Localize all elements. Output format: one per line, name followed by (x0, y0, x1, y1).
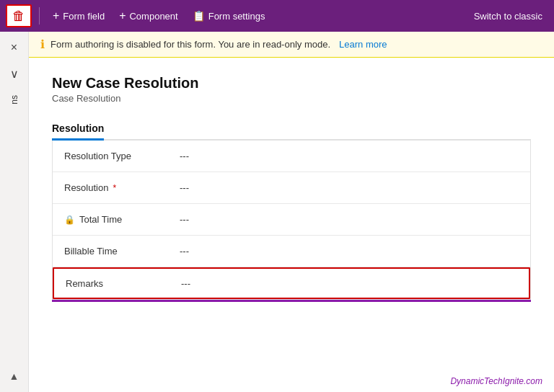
sidebar-strip: × ∨ ns ▲ (0, 32, 29, 392)
form-content: New Case Resolution Case Resolution Reso… (29, 58, 554, 392)
delete-button[interactable]: 🗑 (6, 4, 32, 27)
sidebar-check-button[interactable]: ∨ (4, 63, 25, 84)
plus-icon-component: + (119, 9, 126, 22)
add-component-button[interactable]: + Component (113, 6, 184, 25)
switch-to-classic-button[interactable]: Switch to classic (468, 8, 548, 24)
field-value-resolution-type: --- (180, 151, 189, 161)
form-section-wrapper: Resolution Type --- Resolution * --- (52, 141, 531, 302)
field-label-resolution: Resolution * (64, 182, 180, 193)
form-tabs: Resolution (52, 118, 531, 141)
trash-icon: 🗑 (12, 9, 25, 24)
main-layout: × ∨ ns ▲ ℹ Form authoring is disabled fo… (0, 32, 554, 392)
table-row: Resolution * --- (53, 172, 530, 204)
field-label-resolution-type: Resolution Type (64, 151, 180, 161)
required-indicator: * (113, 183, 116, 193)
watermark: DynamicTechIgnite.com (450, 376, 542, 386)
info-icon: ℹ (40, 37, 45, 51)
add-form-field-button[interactable]: + Form field (47, 6, 110, 25)
form-settings-icon: 📋 (193, 10, 205, 22)
table-row-remarks: Remarks --- (53, 267, 530, 299)
sidebar-close-button[interactable]: × (4, 37, 25, 58)
field-value-total-time: --- (180, 214, 189, 225)
field-label-total-time: 🔒 Total Time (64, 214, 180, 225)
info-banner: ℹ Form authoring is disabled for this fo… (29, 32, 554, 58)
form-subtitle: Case Resolution (52, 93, 531, 104)
field-value-resolution: --- (180, 182, 189, 193)
sidebar-section-label: ns (9, 95, 19, 104)
field-label-remarks: Remarks (66, 278, 181, 289)
table-row: Resolution Type --- (53, 141, 530, 172)
tab-resolution[interactable]: Resolution (52, 118, 104, 141)
lock-icon: 🔒 (64, 215, 75, 225)
form-title: New Case Resolution (52, 75, 531, 92)
form-settings-button[interactable]: 📋 Form settings (187, 7, 271, 24)
field-value-billable-time: --- (180, 246, 189, 257)
toolbar: 🗑 + Form field + Component 📋 Form settin… (0, 0, 554, 32)
field-value-remarks: --- (181, 278, 190, 289)
sidebar-scroll-up-button[interactable]: ▲ (4, 366, 25, 386)
plus-icon-form-field: + (53, 9, 59, 22)
banner-message: Form authoring is disabled for this form… (50, 39, 330, 50)
field-label-billable-time: Billable Time (64, 246, 180, 257)
table-row: 🔒 Total Time --- (53, 204, 530, 236)
content-area: ℹ Form authoring is disabled for this fo… (29, 32, 554, 392)
toolbar-separator (39, 7, 40, 24)
learn-more-link[interactable]: Learn more (339, 39, 387, 50)
form-section: Resolution Type --- Resolution * --- (52, 141, 531, 300)
form-bottom-border (52, 300, 531, 302)
table-row: Billable Time --- (53, 236, 530, 267)
